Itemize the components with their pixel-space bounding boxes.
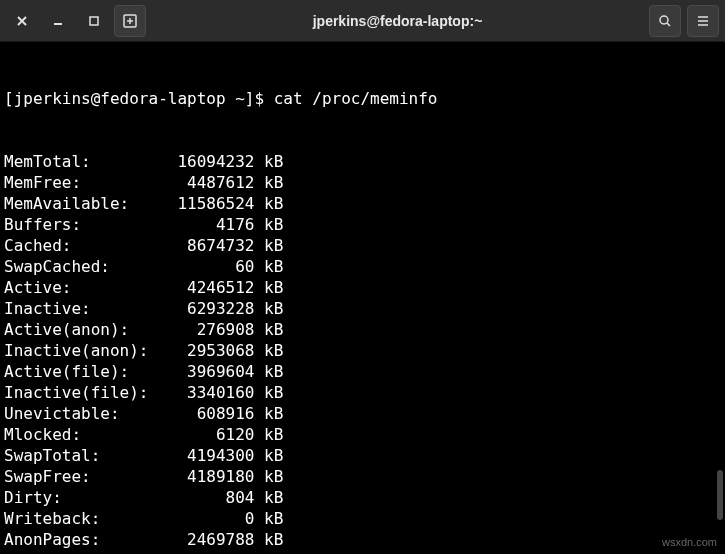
meminfo-unit: kB <box>254 550 283 554</box>
meminfo-unit: kB <box>254 298 283 319</box>
scrollbar-thumb[interactable] <box>717 470 723 520</box>
meminfo-row: Writeback:0 kB <box>4 508 721 529</box>
close-button[interactable] <box>6 5 38 37</box>
meminfo-label: Buffers: <box>4 214 168 235</box>
meminfo-label: Mapped: <box>4 550 168 554</box>
meminfo-unit: kB <box>254 340 283 361</box>
meminfo-label: Writeback: <box>4 508 168 529</box>
meminfo-label: Inactive(anon): <box>4 340 168 361</box>
meminfo-unit: kB <box>254 256 283 277</box>
meminfo-value: 60 <box>168 256 255 277</box>
meminfo-label: Cached: <box>4 235 168 256</box>
meminfo-row: Mlocked:6120 kB <box>4 424 721 445</box>
meminfo-row: SwapFree:4189180 kB <box>4 466 721 487</box>
meminfo-row: MemTotal:16094232 kB <box>4 151 721 172</box>
meminfo-row: Inactive:6293228 kB <box>4 298 721 319</box>
meminfo-value: 16094232 <box>168 151 255 172</box>
maximize-button[interactable] <box>78 5 110 37</box>
meminfo-row: SwapCached:60 kB <box>4 256 721 277</box>
meminfo-unit: kB <box>254 277 283 298</box>
maximize-icon <box>87 14 101 28</box>
meminfo-value: 2953068 <box>168 340 255 361</box>
meminfo-unit: kB <box>254 382 283 403</box>
watermark: wsxdn.com <box>662 536 717 548</box>
meminfo-value: 11586524 <box>168 193 255 214</box>
meminfo-row: Buffers:4176 kB <box>4 214 721 235</box>
prompt-line: [jperkins@fedora-laptop ~]$ cat /proc/me… <box>4 88 721 109</box>
new-tab-icon <box>122 13 138 29</box>
meminfo-label: Active(anon): <box>4 319 168 340</box>
svg-rect-0 <box>90 17 98 25</box>
meminfo-value: 6120 <box>168 424 255 445</box>
meminfo-unit: kB <box>254 235 283 256</box>
meminfo-value: 4246512 <box>168 277 255 298</box>
meminfo-label: MemTotal: <box>4 151 168 172</box>
meminfo-row: Active(file):3969604 kB <box>4 361 721 382</box>
meminfo-label: Unevictable: <box>4 403 168 424</box>
hamburger-icon <box>695 13 711 29</box>
search-icon <box>657 13 673 29</box>
meminfo-label: SwapCached: <box>4 256 168 277</box>
menu-button[interactable] <box>687 5 719 37</box>
meminfo-row: Cached:8674732 kB <box>4 235 721 256</box>
meminfo-row: Active(anon):276908 kB <box>4 319 721 340</box>
minimize-icon <box>51 14 65 28</box>
meminfo-value: 4487612 <box>168 172 255 193</box>
meminfo-value: 8674732 <box>168 235 255 256</box>
meminfo-row: Mapped:657504 kB <box>4 550 721 554</box>
meminfo-row: Active:4246512 kB <box>4 277 721 298</box>
meminfo-value: 2469788 <box>168 529 255 550</box>
prompt-prefix: [jperkins@fedora-laptop ~]$ <box>4 88 274 109</box>
titlebar-right-controls <box>649 5 719 37</box>
meminfo-row: Unevictable:608916 kB <box>4 403 721 424</box>
meminfo-value: 608916 <box>168 403 255 424</box>
meminfo-unit: kB <box>254 466 283 487</box>
meminfo-value: 4176 <box>168 214 255 235</box>
meminfo-row: SwapTotal:4194300 kB <box>4 445 721 466</box>
meminfo-label: Mlocked: <box>4 424 168 445</box>
meminfo-label: MemAvailable: <box>4 193 168 214</box>
meminfo-label: SwapFree: <box>4 466 168 487</box>
titlebar-left-controls <box>6 5 146 37</box>
meminfo-unit: kB <box>254 445 283 466</box>
meminfo-label: Active: <box>4 277 168 298</box>
meminfo-value: 3969604 <box>168 361 255 382</box>
minimize-button[interactable] <box>42 5 74 37</box>
meminfo-unit: kB <box>254 487 283 508</box>
new-tab-button[interactable] <box>114 5 146 37</box>
meminfo-unit: kB <box>254 403 283 424</box>
meminfo-unit: kB <box>254 529 283 550</box>
meminfo-row: MemFree:4487612 kB <box>4 172 721 193</box>
titlebar: jperkins@fedora-laptop:~ <box>0 0 725 42</box>
meminfo-label: SwapTotal: <box>4 445 168 466</box>
meminfo-value: 804 <box>168 487 255 508</box>
meminfo-unit: kB <box>254 508 283 529</box>
meminfo-label: Inactive: <box>4 298 168 319</box>
command-text: cat /proc/meminfo <box>274 88 438 109</box>
meminfo-value: 4194300 <box>168 445 255 466</box>
meminfo-unit: kB <box>254 214 283 235</box>
meminfo-label: Active(file): <box>4 361 168 382</box>
meminfo-unit: kB <box>254 361 283 382</box>
meminfo-unit: kB <box>254 319 283 340</box>
command-output: MemTotal:16094232 kBMemFree:4487612 kBMe… <box>4 151 721 554</box>
meminfo-label: Inactive(file): <box>4 382 168 403</box>
meminfo-unit: kB <box>254 193 283 214</box>
meminfo-value: 0 <box>168 508 255 529</box>
meminfo-row: Inactive(anon):2953068 kB <box>4 340 721 361</box>
meminfo-row: Inactive(file):3340160 kB <box>4 382 721 403</box>
meminfo-value: 4189180 <box>168 466 255 487</box>
meminfo-value: 657504 <box>168 550 255 554</box>
search-button[interactable] <box>649 5 681 37</box>
meminfo-row: AnonPages:2469788 kB <box>4 529 721 550</box>
close-icon <box>15 14 29 28</box>
meminfo-unit: kB <box>254 151 283 172</box>
meminfo-label: MemFree: <box>4 172 168 193</box>
window-title: jperkins@fedora-laptop:~ <box>146 13 649 29</box>
meminfo-value: 3340160 <box>168 382 255 403</box>
meminfo-value: 6293228 <box>168 298 255 319</box>
terminal-area[interactable]: [jperkins@fedora-laptop ~]$ cat /proc/me… <box>0 42 725 554</box>
svg-point-2 <box>660 16 668 24</box>
meminfo-row: MemAvailable:11586524 kB <box>4 193 721 214</box>
meminfo-label: Dirty: <box>4 487 168 508</box>
